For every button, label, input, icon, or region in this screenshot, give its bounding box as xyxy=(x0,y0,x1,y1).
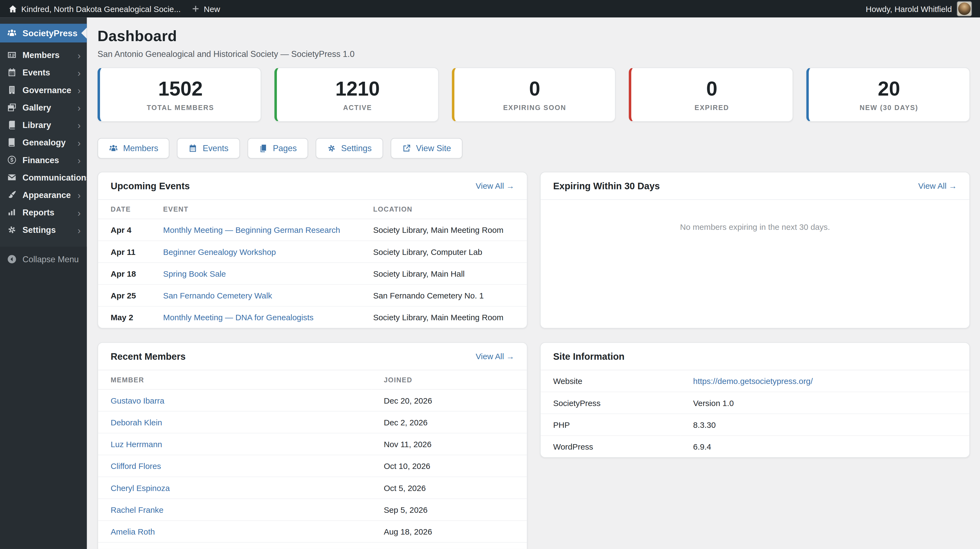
sidebar-item-communications[interactable]: Communications › xyxy=(0,168,87,186)
appearance-icon xyxy=(6,190,17,200)
sidebar-item-label: Communications xyxy=(22,173,87,182)
chevron-right-icon: › xyxy=(77,51,80,60)
recent-members-view-all-link[interactable]: View All → xyxy=(476,352,514,361)
events-col-location: LOCATION xyxy=(361,200,527,219)
events-icon xyxy=(6,68,17,78)
sidebar-item-library[interactable]: Library › xyxy=(0,116,87,134)
event-link[interactable]: Monthly Meeting — Beginning German Resea… xyxy=(163,225,340,235)
event-link[interactable]: Beginner Genealogy Workshop xyxy=(163,247,276,256)
stat-card-new-30-days: 20 NEW (30 DAYS) xyxy=(806,68,970,122)
sidebar-item-label: Members xyxy=(22,51,60,60)
member-link[interactable]: Gustavo Ibarra xyxy=(111,396,164,405)
event-location: Society Library, Main Meeting Room xyxy=(361,219,527,241)
events-header-row: DATE EVENT LOCATION xyxy=(98,200,527,219)
recent-members-title: Recent Members xyxy=(111,351,186,362)
member-link[interactable]: Luz Herrmann xyxy=(111,439,162,449)
quick-action-label: Pages xyxy=(273,143,297,153)
sidebar-item-appearance[interactable]: Appearance › xyxy=(0,186,87,203)
event-row-apr-25: Apr 25 San Fernando Cemetery Walk San Fe… xyxy=(98,285,527,306)
member-link[interactable]: Cheryl Espinoza xyxy=(111,483,170,492)
member-name-cell: Deborah Klein xyxy=(98,411,371,433)
member-joined-date: Dec 2, 2026 xyxy=(371,411,527,433)
stat-label: EXPIRING SOON xyxy=(503,103,566,111)
quick-action-label: Settings xyxy=(341,143,372,153)
events-col-date: DATE xyxy=(98,200,151,219)
website-link[interactable]: https://demo.getsocietypress.org/ xyxy=(693,376,813,386)
site-info-title: Site Information xyxy=(553,351,625,362)
quick-action-settings[interactable]: Settings xyxy=(316,138,383,159)
settings-icon xyxy=(6,225,17,235)
event-link[interactable]: San Fernando Cemetery Walk xyxy=(163,291,272,300)
quick-action-events[interactable]: Events xyxy=(177,138,240,159)
member-link[interactable]: Clifford Flores xyxy=(111,461,161,471)
avatar-photo xyxy=(958,2,971,15)
upcoming-events-view-all-link[interactable]: View All → xyxy=(476,181,514,190)
gallery-icon xyxy=(6,102,17,113)
upcoming-events-header: Upcoming Events View All → xyxy=(98,172,527,200)
event-date: Apr 11 xyxy=(98,241,151,262)
event-name-cell: Monthly Meeting — DNA for Genealogists xyxy=(151,306,361,328)
site-home-link[interactable]: Kindred, North Dakota Genealogical Socie… xyxy=(8,4,181,13)
event-name-cell: San Fernando Cemetery Walk xyxy=(151,285,361,306)
sidebar-item-label: Appearance xyxy=(22,190,71,199)
member-row-luz-herrmann: Luz Herrmann Nov 11, 2026 xyxy=(98,433,527,455)
member-name-cell: Rachel Franke xyxy=(98,498,371,520)
stat-label: NEW (30 DAYS) xyxy=(859,103,918,111)
event-link[interactable]: Monthly Meeting — DNA for Genealogists xyxy=(163,313,314,322)
expiring-view-all-link[interactable]: View All → xyxy=(918,181,957,190)
member-row-clifford-flores: Clifford Flores Oct 10, 2026 xyxy=(98,455,527,477)
howdy-user-link[interactable]: Howdy, Harold Whitfield xyxy=(866,4,952,13)
sidebar-item-members[interactable]: Members › xyxy=(0,46,87,64)
expiring-panel: Expiring Within 30 Days View All → No me… xyxy=(540,172,970,329)
collapse-label: Collapse Menu xyxy=(22,255,79,264)
site-info-value: 6.9.4 xyxy=(681,436,969,457)
event-link[interactable]: Spring Book Sale xyxy=(163,269,226,278)
members-col-joined: JOINED xyxy=(371,370,527,389)
chevron-right-icon: › xyxy=(77,225,80,235)
site-info-panel: Site Information Website https://demo.ge… xyxy=(540,342,970,458)
event-row-may-2: May 2 Monthly Meeting — DNA for Genealog… xyxy=(98,306,527,328)
societypress-admin-dashboard: Kindred, North Dakota Genealogical Socie… xyxy=(0,0,980,549)
member-link[interactable]: Amelia Roth xyxy=(111,527,155,536)
chevron-right-icon: › xyxy=(77,68,80,77)
chevron-right-icon: › xyxy=(77,138,80,147)
members-group-icon xyxy=(109,143,118,153)
sidebar-item-events[interactable]: Events › xyxy=(0,64,87,81)
recent-members-header: Recent Members View All → xyxy=(98,343,527,370)
quick-action-label: Members xyxy=(123,143,158,153)
member-row-cheryl-espinoza: Cheryl Espinoza Oct 5, 2026 xyxy=(98,477,527,498)
site-info-row-php: PHP 8.3.30 xyxy=(541,414,969,435)
sidebar-item-finances[interactable]: Finances › xyxy=(0,151,87,168)
stat-card-expiring-soon: 0 EXPIRING SOON xyxy=(452,68,616,122)
chevron-right-icon: › xyxy=(77,85,80,95)
collapse-menu-button[interactable]: Collapse Menu xyxy=(0,250,87,268)
member-joined-date: Oct 5, 2026 xyxy=(371,477,527,498)
user-avatar[interactable] xyxy=(957,2,972,16)
expiring-title: Expiring Within 30 Days xyxy=(553,181,660,191)
stat-value: 0 xyxy=(529,78,541,98)
member-link[interactable]: Rachel Franke xyxy=(111,505,164,514)
sidebar-item-settings[interactable]: Settings › xyxy=(0,221,87,238)
quick-action-pages[interactable]: Pages xyxy=(247,138,308,159)
admin-sidebar: SocietyPress Members › Events › Governan… xyxy=(0,17,87,549)
quick-action-members[interactable]: Members xyxy=(97,138,170,159)
finances-icon xyxy=(6,155,17,165)
sidebar-item-label: Finances xyxy=(22,155,59,165)
new-content-button[interactable]: New xyxy=(191,4,220,13)
sidebar-item-gallery[interactable]: Gallery › xyxy=(0,98,87,116)
site-info-label: Website xyxy=(541,370,681,392)
quick-action-view-site[interactable]: View Site xyxy=(390,138,462,159)
sidebar-item-reports[interactable]: Reports › xyxy=(0,204,87,221)
chevron-right-icon: › xyxy=(77,120,80,129)
event-date: May 2 xyxy=(98,306,151,328)
sidebar-item-genealogy[interactable]: Genealogy › xyxy=(0,134,87,151)
member-joined-date: Aug 18, 2026 xyxy=(371,521,527,543)
members-col-member: MEMBER xyxy=(98,370,371,389)
event-location: Society Library, Main Meeting Room xyxy=(361,306,527,328)
sidebar-item-societypress[interactable]: SocietyPress xyxy=(0,24,87,43)
home-icon xyxy=(8,4,18,13)
member-link[interactable]: Deborah Klein xyxy=(111,417,162,427)
member-name-cell: Luz Herrmann xyxy=(98,433,371,455)
sidebar-item-governance[interactable]: Governance › xyxy=(0,81,87,98)
site-info-value-cell: https://demo.getsocietypress.org/ xyxy=(681,370,969,392)
